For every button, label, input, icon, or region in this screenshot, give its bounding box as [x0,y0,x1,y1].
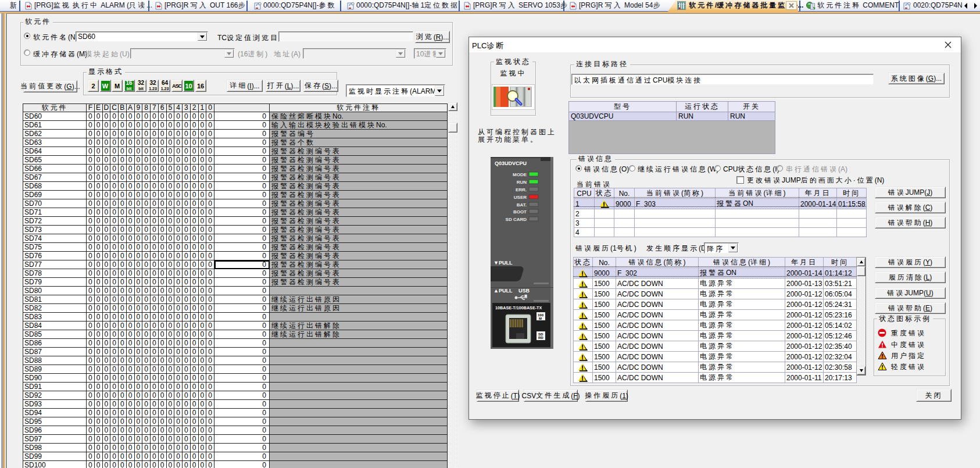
svg-text:MODE: MODE [513,172,527,177]
svg-text:USB: USB [518,288,530,294]
svg-text:SD CARD: SD CARD [506,217,527,222]
svg-text:RUN: RUN [517,180,527,185]
svg-text:USER: USER [514,195,527,200]
svg-text:▲PULL: ▲PULL [493,288,513,294]
svg-text:BOOT: BOOT [513,209,527,215]
svg-text:Q03UDVCPU: Q03UDVCPU [495,160,527,166]
svg-text:10BASE-T/100BASE-TX: 10BASE-T/100BASE-TX [495,305,542,310]
svg-text:SD: SD [538,333,543,336]
svg-text:M: M [539,317,542,320]
svg-text:100: 100 [538,313,544,317]
svg-text:▼PULL: ▼PULL [493,260,513,266]
svg-text:ERR.: ERR. [516,187,527,192]
svg-text:RD: RD [538,336,543,340]
svg-text:BAT.: BAT. [517,202,527,208]
